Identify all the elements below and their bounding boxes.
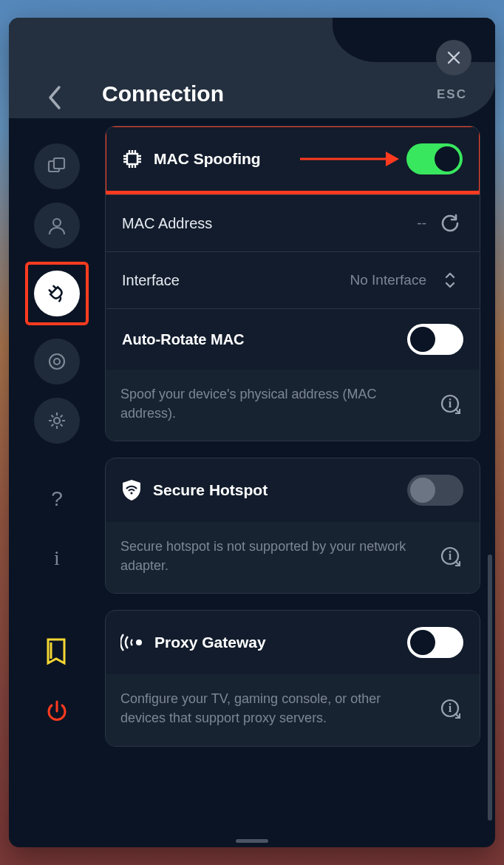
help-icon: ? bbox=[51, 487, 63, 511]
mac-spoofing-footer-text: Spoof your device's physical address (MA… bbox=[120, 384, 426, 423]
mac-spoofing-header-row: MAC Spoofing bbox=[106, 127, 479, 191]
proxy-gateway-card: Proxy Gateway Configure your TV, gaming … bbox=[105, 610, 480, 746]
svg-text:i: i bbox=[449, 397, 452, 410]
sidebar-item-connection[interactable] bbox=[34, 271, 80, 316]
chip-icon bbox=[121, 148, 143, 170]
sidebar-item-user[interactable] bbox=[34, 203, 80, 248]
svg-point-2 bbox=[53, 219, 61, 226]
sidebar-item-dashboard[interactable] bbox=[34, 143, 80, 189]
proxy-gateway-header-row: Proxy Gateway bbox=[106, 611, 480, 674]
sidebar-item-help[interactable]: ? bbox=[34, 476, 80, 522]
mac-spoofing-toggle[interactable] bbox=[406, 143, 463, 174]
sidebar-item-connection-highlight bbox=[25, 262, 89, 325]
auto-rotate-toggle[interactable] bbox=[407, 324, 463, 355]
esc-label: ESC bbox=[437, 87, 467, 102]
mac-address-value: -- bbox=[417, 215, 426, 231]
target-icon bbox=[47, 351, 67, 372]
proxy-gateway-footer-text: Configure your TV, gaming console, or ot… bbox=[120, 689, 426, 727]
interface-selector[interactable] bbox=[437, 267, 463, 294]
proxy-gateway-title: Proxy Gateway bbox=[154, 634, 407, 651]
mac-address-label: MAC Address bbox=[122, 215, 417, 232]
auto-rotate-row: Auto-Rotate MAC bbox=[106, 308, 480, 370]
svg-rect-1 bbox=[54, 158, 64, 169]
svg-point-13 bbox=[136, 640, 142, 645]
secure-hotspot-info-button[interactable]: i bbox=[437, 543, 463, 569]
proxy-gateway-info-button[interactable]: i bbox=[437, 695, 463, 722]
mac-spoofing-footer: Spoof your device's physical address (MA… bbox=[106, 370, 480, 441]
secure-hotspot-footer-text: Secure hotspot is not supported by your … bbox=[120, 537, 426, 575]
svg-point-4 bbox=[54, 359, 60, 364]
info-link-icon: i bbox=[439, 545, 461, 567]
interface-value: No Interface bbox=[350, 272, 427, 288]
scrollbar-thumb[interactable] bbox=[488, 554, 492, 821]
info-link-icon: i bbox=[439, 697, 461, 719]
power-icon bbox=[44, 699, 69, 725]
chevron-left-icon bbox=[47, 84, 64, 111]
sidebar-item-target[interactable] bbox=[34, 339, 80, 384]
header: ESC Connection bbox=[9, 18, 495, 118]
sidebar: ? i bbox=[9, 118, 105, 847]
svg-point-3 bbox=[50, 354, 64, 369]
sidebar-item-settings[interactable] bbox=[34, 398, 80, 444]
body: ? i MAC Spoofing bbox=[9, 118, 495, 847]
resize-handle[interactable] bbox=[236, 839, 268, 843]
mac-spoofing-highlight: MAC Spoofing bbox=[105, 126, 480, 194]
info-icon: i bbox=[54, 546, 60, 570]
mac-spoofing-title: MAC Spoofing bbox=[154, 150, 406, 168]
secure-hotspot-footer: Secure hotspot is not supported by your … bbox=[106, 522, 480, 593]
interface-label: Interface bbox=[122, 272, 350, 289]
secure-hotspot-title: Secure Hotspot bbox=[153, 481, 407, 499]
sidebar-item-info[interactable]: i bbox=[34, 535, 80, 581]
chevron-up-down-icon bbox=[443, 271, 457, 290]
plug-icon bbox=[46, 282, 68, 305]
refresh-mac-button[interactable] bbox=[437, 210, 463, 237]
secure-hotspot-card: Secure Hotspot Secure hotspot is not sup… bbox=[105, 458, 480, 594]
shield-wifi-icon bbox=[120, 478, 143, 502]
svg-text:i: i bbox=[449, 549, 452, 562]
mac-address-row: MAC Address -- bbox=[106, 194, 480, 251]
auto-rotate-label: Auto-Rotate MAC bbox=[122, 331, 407, 348]
close-button[interactable] bbox=[436, 40, 471, 75]
mac-spoofing-card: MAC Spoofing MAC Address -- Interface No… bbox=[105, 126, 480, 441]
sidebar-power[interactable] bbox=[34, 689, 80, 735]
refresh-icon bbox=[440, 214, 460, 233]
page-title: Connection bbox=[102, 81, 224, 106]
secure-hotspot-header-row: Secure Hotspot bbox=[106, 458, 480, 522]
svg-point-10 bbox=[130, 492, 132, 495]
content: MAC Spoofing MAC Address -- Interface No… bbox=[105, 118, 495, 847]
dashboard-icon bbox=[47, 156, 67, 177]
proxy-icon bbox=[120, 632, 144, 653]
mac-spoofing-info-button[interactable]: i bbox=[437, 390, 463, 417]
gear-icon bbox=[47, 410, 67, 431]
proxy-gateway-footer: Configure your TV, gaming console, or ot… bbox=[106, 674, 480, 745]
close-icon bbox=[446, 50, 461, 65]
sidebar-brand[interactable] bbox=[34, 630, 80, 676]
proxy-gateway-toggle[interactable] bbox=[407, 627, 463, 658]
user-icon bbox=[47, 215, 67, 236]
svg-text:i: i bbox=[449, 702, 452, 714]
svg-point-5 bbox=[54, 418, 60, 424]
back-button[interactable] bbox=[47, 84, 64, 114]
secure-hotspot-toggle[interactable] bbox=[407, 475, 463, 506]
interface-row[interactable]: Interface No Interface bbox=[106, 251, 480, 308]
brand-icon bbox=[44, 638, 70, 668]
svg-rect-6 bbox=[127, 154, 137, 164]
info-link-icon: i bbox=[439, 393, 461, 415]
app-window: ESC Connection bbox=[9, 18, 495, 847]
